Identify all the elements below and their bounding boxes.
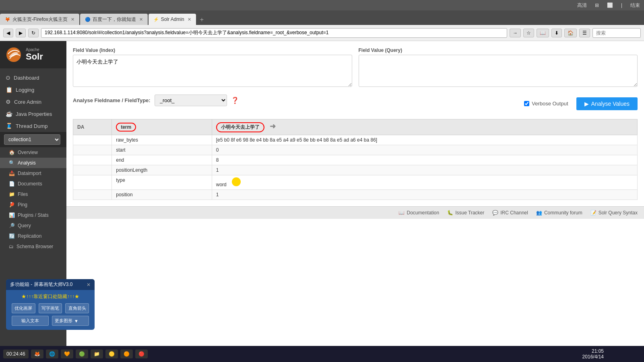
reader-view[interactable]: 📖 [537, 29, 549, 37]
sidebar-subitem-plugins-stats[interactable]: 📊 Plugins / Stats [0, 210, 66, 220]
forward-button[interactable]: ▶ [16, 29, 26, 37]
taskbar-files[interactable]: 📁 [91, 350, 103, 358]
sidebar-subitem-query[interactable]: 🔎 Query [0, 220, 66, 231]
sidebar-subitem-schema-browser[interactable]: 🗂 Schema Browser [0, 241, 66, 252]
sidebar-item-logging[interactable]: 📋 Logging [0, 84, 66, 96]
sidebar-item-core-admin[interactable]: ⚙ Core Admin [0, 96, 66, 108]
dashboard-icon: ⊙ [6, 74, 10, 81]
logo-solr-text: Solr [26, 52, 43, 62]
taskbar-app3[interactable]: 🧡 [61, 350, 73, 358]
irc-channel-icon: 💬 [492, 210, 498, 216]
floating-panel: 多功能箱 - 屏幕画笔大师V3.0 ✕ ★↑↑↑靠近窗口处隐藏↑↑↑★ 优化画屏… [6, 279, 95, 330]
nav-bar: ◀ ▶ ↻ → ☆ 📖 ⬇ 🏠 ☰ [0, 25, 644, 41]
schema-browser-icon: 🗂 [9, 244, 14, 249]
verbose-output-checkbox[interactable] [524, 101, 529, 106]
sidebar-subitem-documents[interactable]: 📄 Documents [0, 179, 66, 189]
field-value-index-group: Field Value (Index) 小明今天去上学了 [73, 47, 352, 88]
query-icon: 🔎 [9, 223, 15, 228]
home-button[interactable]: 🏠 [564, 29, 577, 37]
tab-firefox-close[interactable]: ✕ [71, 17, 74, 22]
th-da: DA [73, 119, 112, 135]
tab-baidu[interactable]: 🔵 百度一下，你就知道 ✕ [80, 14, 148, 25]
panel-btn-optimize[interactable]: 优化画屏 [12, 303, 35, 313]
tab-bar: 🦊 火狐主页-Firefox火狐主页 ✕ 🔵 百度一下，你就知道 ✕ ⚡ Sol… [0, 10, 644, 25]
sidebar-subitem-schema-browser-label: Schema Browser [17, 244, 53, 249]
sidebar-subitem-ping[interactable]: 🏓 Ping [0, 200, 66, 210]
back-button[interactable]: ◀ [3, 29, 13, 37]
taskbar-app7[interactable]: 🟠 [120, 350, 133, 358]
issue-tracker-label: Issue Tracker [455, 210, 484, 216]
sidebar-item-java-properties[interactable]: ☕ Java Properties [0, 108, 66, 120]
tab-baidu-label: 百度一下，你就知道 [93, 16, 136, 23]
sidebar-subitem-files[interactable]: 📁 Files [0, 189, 66, 200]
tab-baidu-close[interactable]: ✕ [139, 17, 143, 22]
field-value-query-group: Field Value (Query) [359, 47, 638, 88]
analysis-table: DA term 小明今天去上学了 ➜ [73, 119, 638, 200]
table-header-row: DA term 小明今天去上学了 ➜ [73, 119, 638, 135]
header-btn-sep[interactable]: | [621, 2, 622, 8]
documentation-icon: 📖 [398, 210, 405, 216]
plugins-stats-icon: 📊 [9, 212, 15, 218]
footer-documentation[interactable]: 📖 Documentation [398, 210, 439, 216]
td-value-start: 0 [212, 145, 637, 155]
header-btn-empty[interactable]: ⬜ [607, 2, 613, 8]
sidebar-subitem-replication[interactable]: 🔄 Replication [0, 231, 66, 241]
fieldname-select[interactable]: _root_ [155, 95, 227, 106]
tab-solr-close[interactable]: ✕ [188, 17, 191, 22]
footer-community-forum[interactable]: 👥 Community forum [536, 210, 582, 216]
floating-panel-title-label: 多功能箱 - 屏幕画笔大师V3.0 [10, 281, 72, 288]
menu-button[interactable]: ☰ [579, 29, 590, 37]
new-tab-button[interactable]: + [197, 14, 207, 25]
analyse-values-button[interactable]: ▶ Analyse Values [576, 97, 638, 110]
field-row: Field Value (Index) 小明今天去上学了 Field Value… [73, 47, 638, 88]
td-da-1 [73, 135, 112, 145]
sidebar-subitem-overview[interactable]: 🏠 Overview [0, 147, 66, 158]
field-value-query-input[interactable] [359, 55, 638, 87]
refresh-button[interactable]: ↻ [28, 29, 39, 37]
floating-panel-close-button[interactable]: ✕ [87, 282, 91, 288]
header-btn-gaoqing[interactable]: 高清 [577, 2, 587, 9]
help-icon[interactable]: ❓ [231, 97, 239, 104]
panel-btn-write[interactable]: 写字画笔 [39, 303, 62, 313]
search-input[interactable] [592, 28, 641, 38]
footer-issue-tracker[interactable]: 🐛 Issue Tracker [447, 210, 484, 216]
go-button[interactable]: → [510, 29, 521, 37]
field-value-index-input[interactable]: 小明今天去上学了 [73, 55, 352, 87]
taskbar-app6[interactable]: 🟡 [105, 350, 118, 358]
table-row: type word [73, 175, 638, 190]
sidebar-subitem-analysis-label: Analysis [18, 160, 36, 166]
taskbar-browser2[interactable]: 🌐 [46, 350, 58, 358]
footer-irc-channel[interactable]: 💬 IRC Channel [492, 210, 528, 216]
sidebar-subitem-analysis[interactable]: 🔍 Analysis [0, 158, 66, 168]
collection-select[interactable]: collection1 [4, 134, 60, 145]
bookmark-star[interactable]: ☆ [523, 29, 534, 37]
tab-solr[interactable]: ⚡ Solr Admin ✕ [149, 14, 196, 25]
panel-btn-input-text[interactable]: 输入文本 [12, 316, 49, 326]
sidebar-subitem-dataimport[interactable]: 📥 Dataimport [0, 168, 66, 179]
taskbar-timer[interactable]: 00:24:46 [3, 350, 29, 358]
header-btn-box[interactable]: ⊞ [595, 2, 599, 8]
panel-btn-row1: 优化画屏 写字画笔 直角箭头 [12, 303, 89, 313]
header-btn-jieshu[interactable]: 结束 [630, 2, 640, 9]
sidebar-item-thread-dump[interactable]: 🧵 Thread Dump [0, 120, 66, 132]
th-value: 小明今天去上学了 ➜ [212, 119, 637, 135]
td-value-raw-bytes: [e5 b0 8f e6 98 8e e4 bb 8a e5 a4 a9 e5 … [212, 135, 637, 145]
taskbar: 00:24:46 🦊 🌐 🧡 🟢 📁 🟡 🟠 🔴 21:05 2016/4/14 [0, 346, 644, 362]
tab-firefox[interactable]: 🦊 火狐主页-Firefox火狐主页 ✕ [0, 14, 79, 25]
footer-solr-query-syntax[interactable]: 📝 Solr Query Syntax [590, 210, 638, 216]
taskbar-app4[interactable]: 🟢 [76, 350, 88, 358]
overview-icon: 🏠 [9, 150, 15, 155]
download-button[interactable]: ⬇ [551, 29, 562, 37]
thread-dump-icon: 🧵 [6, 123, 12, 129]
taskbar-app8[interactable]: 🔴 [135, 350, 148, 358]
core-admin-icon: ⚙ [6, 99, 11, 105]
address-bar[interactable] [41, 28, 507, 38]
java-properties-icon: ☕ [6, 111, 12, 117]
taskbar-firefox[interactable]: 🦊 [31, 350, 43, 358]
panel-btn-arrow[interactable]: 直角箭头 [65, 303, 89, 313]
taskbar-date: 2016/4/14 [582, 354, 604, 360]
panel-btn-more-shapes[interactable]: 更多图形 ▼ [52, 316, 89, 326]
td-field-raw-bytes: raw_bytes [112, 135, 212, 145]
td-da-6 [73, 190, 112, 200]
sidebar-item-dashboard[interactable]: ⊙ Dashboard [0, 72, 66, 84]
